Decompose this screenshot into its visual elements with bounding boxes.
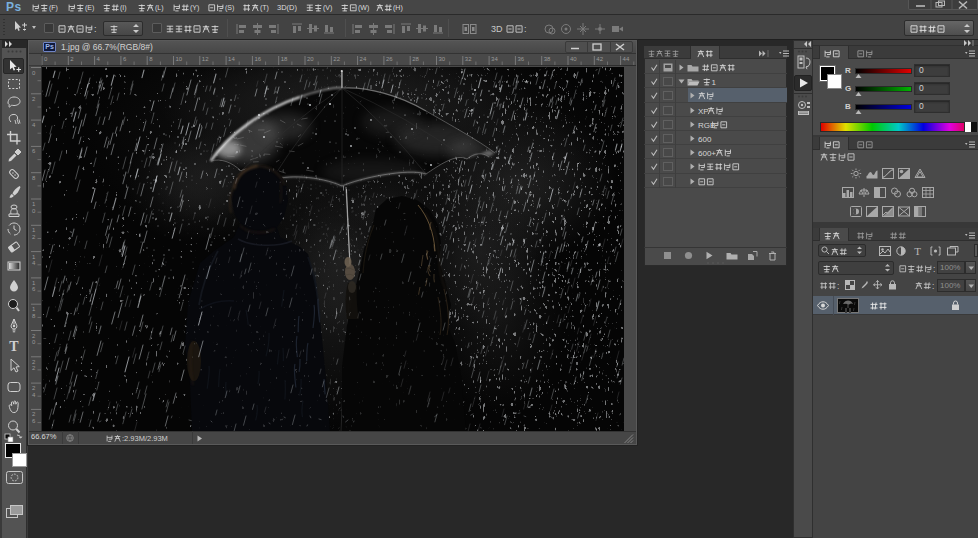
svg-text::2.93M/2.93M: :2.93M/2.93M: [122, 434, 168, 443]
svg-text::: :: [837, 281, 839, 291]
svg-text:1: 1: [712, 78, 717, 87]
svg-text:8: 8: [32, 175, 36, 181]
svg-text:2: 2: [32, 234, 36, 240]
svg-text:(I): (I): [120, 4, 127, 12]
svg-text:2: 2: [32, 96, 36, 102]
svg-text:2: 2: [32, 359, 36, 365]
svg-text:T: T: [9, 339, 19, 354]
svg-text:32: 32: [465, 56, 472, 62]
svg-text:600+: 600+: [698, 149, 716, 158]
svg-text:30: 30: [439, 56, 446, 62]
svg-text:0: 0: [32, 70, 36, 76]
svg-text:6: 6: [32, 418, 36, 424]
svg-text:6: 6: [32, 148, 36, 154]
svg-text:T: T: [914, 245, 921, 257]
svg-text:1: 1: [32, 280, 36, 286]
svg-text:(L): (L): [155, 4, 164, 12]
svg-text:8: 8: [149, 56, 153, 62]
svg-text:38: 38: [544, 56, 551, 62]
svg-text:(W): (W): [358, 4, 369, 12]
svg-text:0: 0: [32, 208, 36, 214]
svg-text:2: 2: [32, 365, 36, 371]
svg-text:2: 2: [32, 385, 36, 391]
svg-text:0: 0: [44, 56, 48, 62]
svg-text:36: 36: [517, 56, 524, 62]
svg-text:XP: XP: [698, 107, 709, 116]
svg-text:600: 600: [698, 135, 712, 144]
svg-text:6: 6: [123, 56, 127, 62]
svg-text::: :: [524, 24, 527, 34]
svg-text:(V): (V): [323, 4, 332, 12]
svg-text:(F): (F): [49, 4, 58, 12]
svg-text:4: 4: [32, 122, 36, 128]
svg-text::: :: [94, 24, 97, 34]
svg-text:4: 4: [32, 260, 36, 266]
svg-text:42: 42: [596, 56, 603, 62]
svg-text:(H): (H): [393, 4, 403, 12]
svg-text:14: 14: [228, 56, 235, 62]
svg-text:1: 1: [32, 227, 36, 233]
svg-text:12: 12: [202, 56, 209, 62]
svg-text:(Y): (Y): [190, 4, 199, 12]
svg-text:0: 0: [32, 339, 36, 345]
svg-text:4: 4: [32, 392, 36, 398]
svg-text:6: 6: [32, 286, 36, 292]
svg-text::: :: [933, 264, 935, 274]
svg-text:10: 10: [176, 56, 183, 62]
svg-text:2: 2: [32, 411, 36, 417]
svg-text:8: 8: [32, 313, 36, 319]
svg-text:(E): (E): [85, 4, 94, 12]
svg-text:4: 4: [97, 56, 101, 62]
svg-text:28: 28: [412, 56, 419, 62]
svg-text:2: 2: [32, 333, 36, 339]
svg-text:1: 1: [32, 201, 36, 207]
svg-text:2: 2: [70, 56, 74, 62]
svg-text:34: 34: [491, 56, 498, 62]
svg-text:3D(D): 3D(D): [277, 3, 298, 12]
svg-text:(S): (S): [225, 4, 234, 12]
svg-text:18: 18: [281, 56, 288, 62]
svg-text:20: 20: [307, 56, 314, 62]
svg-text:16: 16: [254, 56, 261, 62]
svg-text::: :: [932, 281, 934, 291]
svg-text:44: 44: [623, 56, 630, 62]
svg-text:26: 26: [386, 56, 393, 62]
svg-text:1: 1: [32, 306, 36, 312]
svg-text:3D: 3D: [491, 24, 503, 34]
svg-text:(T): (T): [260, 4, 269, 12]
svg-text:40: 40: [570, 56, 577, 62]
svg-text:22: 22: [333, 56, 340, 62]
svg-text:1: 1: [32, 254, 36, 260]
svg-text:24: 24: [360, 56, 367, 62]
